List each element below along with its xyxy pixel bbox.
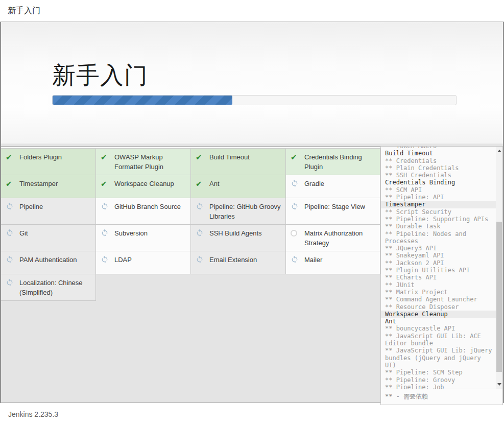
plugin-cell-label: Gradle (304, 179, 324, 188)
plugin-grid-area: ✔Folders Plugin✔OWASP Markup Formatter P… (1, 146, 380, 301)
plugin-cell: ✔Build Timeout (191, 149, 286, 175)
plugin-cell: ✔Ant (191, 175, 286, 198)
plugin-cell-label: SSH Build Agents (209, 228, 262, 238)
sync-icon (6, 255, 14, 266)
setup-wizard-panel: 新手入门 ✔Folders Plugin✔OWASP Markup Format… (0, 22, 504, 403)
plugin-cell-label: Localization: Chinese (Simplified) (19, 278, 91, 297)
plugin-cell-label: PAM Authentication (19, 255, 77, 265)
plugin-cell: ✔Workspace Cleanup (96, 175, 191, 198)
jenkins-version: Jenkins 2.235.3 (8, 410, 58, 418)
log-plugin-line: Credentials Binding (385, 179, 496, 186)
plugin-cell-label: Mailer (304, 255, 322, 265)
scroll-down-icon[interactable] (497, 383, 501, 386)
log-dependency-line: ** Plugin Utilities API (385, 267, 496, 274)
check-icon: ✔ (101, 152, 109, 162)
plugin-cell: Localization: Chinese (Simplified) (1, 274, 96, 301)
install-progress-bar (52, 95, 457, 105)
plugin-cell-label: Ant (209, 179, 220, 188)
log-dependency-line: ** Pipeline: Nodes and Processes (385, 230, 496, 245)
plugin-cell-label: Pipeline: GitHub Groovy Libraries (209, 202, 281, 221)
plugin-cell-label: Pipeline: Stage View (304, 202, 365, 211)
wizard-title: 新手入门 (52, 62, 503, 88)
log-dependency-line: ** Snakeyaml API (385, 252, 496, 259)
plugin-cell: Matrix Authorization Strategy (286, 225, 380, 251)
window-titlebar: 新手入门 (0, 0, 504, 22)
plugin-cell-label: Matrix Authorization Strategy (304, 228, 376, 248)
sync-icon (196, 255, 204, 266)
wizard-header: 新手入门 (1, 22, 503, 144)
check-icon: ✔ (6, 179, 14, 189)
plugin-cell: Pipeline: GitHub Groovy Libraries (191, 198, 286, 225)
plugin-cell-label: Workspace Cleanup (114, 179, 174, 188)
plugin-cell: ✔Timestamper (1, 175, 96, 198)
log-plugin-line: Timestamper (381, 201, 496, 208)
log-dependency-line: ** Pipeline: Job (385, 384, 496, 389)
log-dependency-line: ** bouncycastle API (385, 325, 496, 332)
install-log-panel: ** Token MacroBuild Timeout** Credential… (380, 146, 503, 405)
plugin-cell-label: OWASP Markup Formatter Plugin (114, 152, 186, 172)
empty-cell (191, 274, 286, 301)
empty-cell (286, 274, 380, 301)
pending-circle-icon (291, 228, 299, 237)
plugin-cell: GitHub Branch Source (96, 198, 191, 225)
plugin-cell: Git (1, 225, 96, 251)
log-scrollbar[interactable] (496, 147, 502, 389)
sync-icon (196, 228, 204, 240)
plugin-cell-label: Email Extension (209, 255, 257, 265)
log-plugin-line: Ant (385, 318, 496, 325)
log-dependency-line: ** JQuery3 API (385, 245, 496, 252)
plugin-cell-label: Timestamper (19, 179, 58, 188)
sync-icon (6, 202, 14, 213)
log-dependency-line: ** Jackson 2 API (385, 259, 496, 267)
page-title: 新手入门 (8, 6, 40, 16)
log-dependency-line: ** SCM API (385, 186, 496, 194)
log-dependency-line: ** Credentials (385, 157, 496, 164)
plugin-cell: Pipeline: Stage View (286, 198, 380, 225)
plugin-cell: Email Extension (191, 251, 286, 274)
sync-icon (6, 278, 14, 289)
log-dependency-line: ** JavaScript GUI Lib: ACE Editor bundle (385, 333, 496, 347)
sync-icon (6, 228, 14, 240)
log-dependency-line: ** Command Agent Launcher (385, 296, 496, 303)
log-dependency-line: ** Pipeline: SCM Step (385, 369, 496, 376)
plugin-cell: ✔Folders Plugin (1, 149, 96, 175)
log-dependency-line: ** Plain Credentials (385, 164, 496, 172)
log-dependency-line: ** Resource Disposer (385, 303, 496, 311)
sync-icon (196, 202, 204, 213)
page-footer: Jenkins 2.235.3 (0, 403, 504, 425)
plugin-cell-label: Folders Plugin (19, 152, 62, 162)
check-icon: ✔ (196, 179, 204, 189)
plugin-cell: Pipeline (1, 198, 96, 225)
scroll-up-icon[interactable] (497, 150, 501, 152)
log-legend: ** - 需要依赖 (381, 389, 502, 405)
plugin-cell: SSH Build Agents (191, 225, 286, 251)
log-dependency-line: ** ECharts API (385, 274, 496, 281)
plugin-cell-label: Subversion (114, 228, 148, 238)
log-dependency-line: ** Pipeline: API (385, 194, 496, 201)
progress-fill (53, 96, 232, 105)
plugin-cell-label: Build Timeout (209, 152, 250, 162)
install-log-lines: ** Token MacroBuild Timeout** Credential… (385, 147, 496, 389)
plugin-cell: Mailer (286, 251, 380, 274)
log-plugin-line: Workspace Cleanup (381, 311, 496, 318)
log-dependency-line: ** SSH Credentials (385, 172, 496, 179)
plugin-cell-label: GitHub Branch Source (114, 202, 181, 211)
log-dependency-line: ** Matrix Project (385, 289, 496, 296)
plugin-cell-label: Credentials Binding Plugin (304, 152, 376, 172)
sync-icon (291, 202, 299, 213)
plugin-cell: Subversion (96, 225, 191, 251)
empty-cell (96, 274, 191, 301)
plugin-grid: ✔Folders Plugin✔OWASP Markup Formatter P… (1, 149, 380, 301)
plugin-cell: LDAP (96, 251, 191, 274)
sync-icon (101, 255, 109, 266)
plugin-cell: ✔OWASP Markup Formatter Plugin (96, 149, 191, 175)
check-icon: ✔ (291, 152, 299, 162)
log-dependency-line: ** Durable Task (385, 223, 496, 230)
log-dependency-line: ** Pipeline: Groovy (385, 376, 496, 384)
log-plugin-line: Build Timeout (385, 150, 496, 157)
plugin-cell: PAM Authentication (1, 251, 96, 274)
sync-icon (291, 179, 299, 190)
scrollbar-thumb[interactable] (496, 222, 502, 372)
sync-icon (101, 202, 109, 213)
check-icon: ✔ (6, 152, 14, 162)
